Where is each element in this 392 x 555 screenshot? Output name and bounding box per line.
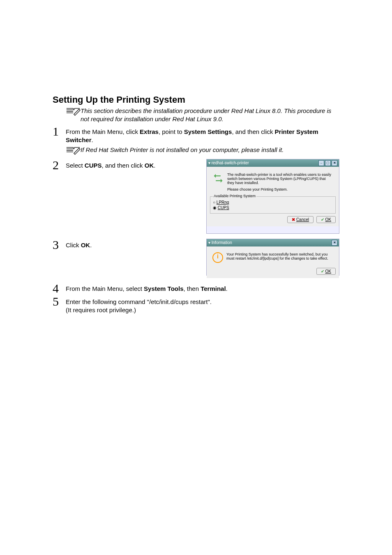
close-button[interactable]: ✖	[332, 160, 337, 166]
minimize-button[interactable]: –	[318, 160, 324, 166]
check-icon: ✔	[321, 269, 324, 274]
window-titlebar: ▾ redhat-switch-printer – ▢ ✖	[207, 159, 339, 167]
step-1-number: 1	[53, 125, 66, 138]
radio-lprng[interactable]: ○ LPRng	[213, 200, 333, 205]
step-5-number: 5	[53, 295, 66, 308]
step-4: 4 From the Main Menu, select System Tool…	[53, 282, 339, 295]
cancel-button[interactable]: ✖Cancel	[287, 216, 314, 223]
step-1: 1 From the Main Menu, click Extras, poin…	[53, 125, 339, 145]
step-4-text: From the Main Menu, select System Tools,…	[66, 285, 339, 293]
swap-icon	[212, 173, 224, 184]
group-label: Available Printing System	[213, 194, 256, 198]
window-body: The redhat-switch-printer is a tool whic…	[207, 167, 339, 226]
window-body: i Your Printing System has successfully …	[207, 246, 339, 278]
chevron-down-icon: ▾	[208, 161, 210, 165]
radio-cups[interactable]: ◉ CUPS	[213, 205, 333, 210]
step-1-text: From the Main Menu, click Extras, point …	[66, 128, 339, 145]
window-title: Information	[212, 240, 232, 245]
info-icon: i	[212, 252, 223, 263]
window-titlebar: ▾ Information ✖	[207, 239, 339, 246]
chevron-down-icon: ▾	[208, 240, 210, 245]
step-3-number: 3	[53, 239, 66, 251]
info-message: Your Printing System has successfully be…	[226, 252, 333, 260]
note-1-text: This section describes the installation …	[81, 107, 339, 124]
close-button[interactable]: ✖	[332, 240, 337, 246]
step-5: 5 Enter the following command "/etc/init…	[53, 295, 339, 315]
step-2-number: 2	[53, 159, 66, 171]
step-2: 2 Select CUPS, and then click OK. ▾ redh…	[53, 159, 339, 234]
heading: Setting Up the Printing System	[53, 94, 339, 105]
window-title: redhat-switch-printer	[212, 161, 249, 165]
note-icon	[66, 108, 81, 118]
step-2-text: Select CUPS, and then click OK.	[66, 161, 200, 234]
screenshot-intro: The redhat-switch-printer is a tool whic…	[227, 173, 333, 185]
step-5-text: Enter the following command "/etc/init.d…	[66, 298, 339, 315]
screenshot-information: ▾ Information ✖ i Your Printing System h…	[206, 239, 339, 276]
step-3: 3 Click OK. ▾ Information ✖ i Your Print…	[53, 239, 339, 276]
note-2-text: If Red Hat Switch Printer is not install…	[81, 146, 284, 154]
maximize-button[interactable]: ▢	[325, 160, 331, 166]
note-2: If Red Hat Switch Printer is not install…	[66, 146, 339, 157]
step-4-number: 4	[53, 282, 66, 295]
step-3-text: Click OK.	[66, 241, 200, 276]
screenshot-switch-printer: ▾ redhat-switch-printer – ▢ ✖ The redhat…	[206, 159, 339, 234]
ok-button[interactable]: ✔OK	[316, 268, 336, 275]
note-icon	[66, 147, 81, 157]
check-icon: ✔	[321, 217, 324, 222]
x-icon: ✖	[292, 217, 295, 222]
screenshot-prompt: Please choose your Printing System.	[227, 187, 333, 191]
ok-button[interactable]: ✔OK	[316, 216, 336, 223]
note-1: This section describes the installation …	[66, 107, 339, 124]
printing-system-group: Available Printing System ○ LPRng ◉ CUPS	[210, 196, 336, 214]
